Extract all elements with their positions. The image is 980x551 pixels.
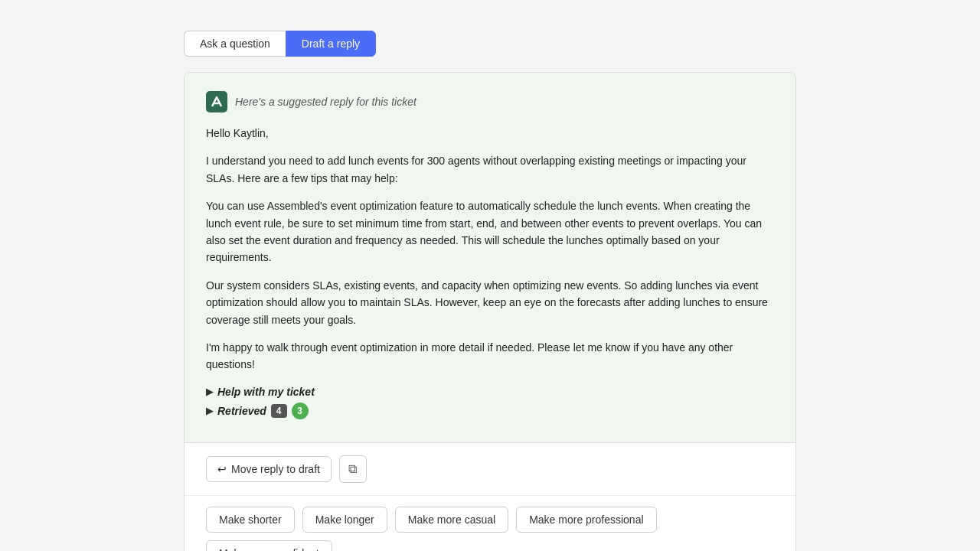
move-reply-arrow-icon: ↩ bbox=[217, 463, 227, 475]
chip-make-confident[interactable]: Make more confident bbox=[206, 540, 332, 551]
main-card: Here's a suggested reply for this ticket… bbox=[184, 72, 796, 551]
chip-make-casual[interactable]: Make more casual bbox=[395, 507, 508, 533]
reply-para-1: I understand you need to add lunch event… bbox=[206, 152, 774, 187]
move-reply-label: Move reply to draft bbox=[231, 463, 320, 475]
badge-green: 3 bbox=[292, 403, 309, 419]
assembled-logo-icon bbox=[206, 91, 227, 112]
retrieved-row: ▶ Retrieved 4 3 bbox=[206, 403, 774, 419]
chip-make-professional[interactable]: Make more professional bbox=[516, 507, 656, 533]
tab-draft-reply[interactable]: Draft a reply bbox=[286, 31, 376, 57]
suggestion-area: Here's a suggested reply for this ticket… bbox=[185, 73, 795, 443]
move-reply-to-draft-button[interactable]: ↩ Move reply to draft bbox=[206, 456, 332, 482]
help-arrow: ▶ bbox=[206, 386, 213, 397]
suggestion-header: Here's a suggested reply for this ticket bbox=[206, 91, 774, 112]
help-label: Help with my ticket bbox=[217, 386, 315, 398]
tab-bar: Ask a question Draft a reply bbox=[184, 31, 965, 57]
reply-greeting: Hello Kaytlin, bbox=[206, 125, 774, 142]
reply-para-2: You can use Assembled's event optimizati… bbox=[206, 197, 774, 266]
chip-bar: Make shorter Make longer Make more casua… bbox=[185, 496, 795, 551]
chip-make-longer[interactable]: Make longer bbox=[302, 507, 387, 533]
tab-ask-question[interactable]: Ask a question bbox=[184, 31, 286, 57]
chip-make-shorter[interactable]: Make shorter bbox=[206, 507, 295, 533]
retrieved-label: Retrieved bbox=[217, 405, 266, 417]
suggestion-title: Here's a suggested reply for this ticket bbox=[235, 96, 416, 108]
retrieved-arrow: ▶ bbox=[206, 406, 213, 416]
reply-body: Hello Kaytlin, I understand you need to … bbox=[206, 125, 774, 373]
badge-dark: 4 bbox=[271, 404, 287, 418]
copy-button[interactable]: ⧉ bbox=[339, 455, 367, 483]
svg-rect-0 bbox=[206, 91, 227, 112]
reply-para-3: Our system considers SLAs, existing even… bbox=[206, 277, 774, 328]
retrieved-section: ▶ Help with my ticket ▶ Retrieved 4 3 bbox=[206, 386, 774, 419]
copy-icon: ⧉ bbox=[348, 462, 357, 476]
help-row: ▶ Help with my ticket bbox=[206, 386, 774, 398]
action-bar: ↩ Move reply to draft ⧉ bbox=[185, 443, 795, 496]
reply-para-4: I'm happy to walk through event optimiza… bbox=[206, 339, 774, 373]
